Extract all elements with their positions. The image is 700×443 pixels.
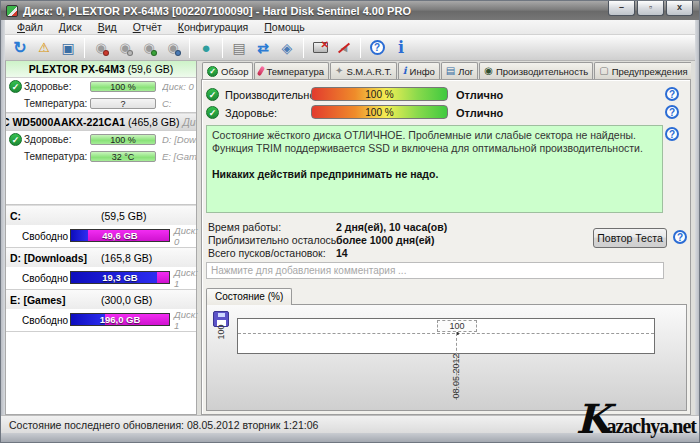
help-icon[interactable]: ? (673, 230, 687, 244)
partition-header: E: [Games] (300,0 GB) (6, 290, 196, 309)
disk-size: (59,6 GB) (128, 63, 174, 75)
disk-test-green-icon[interactable]: ◉ (138, 38, 160, 58)
partition-card-c[interactable]: C: (59,5 GB) Свободно 49,6 GB Диск: 0 (6, 206, 196, 248)
comment-input[interactable] (206, 262, 664, 279)
tab-label: Лог (458, 66, 473, 77)
health-row: ✓ Здоровье: 100 % Диск: 0 (6, 78, 196, 95)
disk-test-red-icon[interactable]: ◉ (90, 38, 112, 58)
warning-page-icon: ▢ (599, 66, 608, 76)
free-space-bar: 19,3 GB (70, 271, 170, 284)
partition-name: D: [Downloads] (10, 252, 87, 264)
disk-model: PLEXTOR PX-64M3 (29, 63, 125, 75)
check-icon: ✓ (9, 80, 22, 93)
toolbar: ↻ ⚠ ▣ ◉ ◉ ◉ ◉ ● ▤ ⇄ ◈ ✕ ◄ ? i (5, 35, 697, 61)
toolbar-separator (360, 38, 361, 58)
disk-card-plextor[interactable]: PLEXTOR PX-64M3 (59,6 GB) ✓ Здоровье: 10… (6, 61, 196, 112)
menu-help[interactable]: Помощь (256, 20, 313, 34)
health-label: Здоровье: (225, 107, 277, 119)
refresh-icon[interactable]: ↻ (9, 38, 31, 58)
log-icon: ▤ (446, 66, 455, 76)
gridline (238, 333, 654, 334)
chart-tab-state[interactable]: Состояние (%) (206, 288, 292, 305)
tab-smart[interactable]: ✦S.M.A.R.T. (330, 62, 397, 79)
free-value: 196,0 GB (100, 314, 141, 325)
partition-card-e[interactable]: E: [Games] (300,0 GB) Свободно 196,0 GB … (6, 290, 196, 332)
disk-card-wdc[interactable]: WDC WD5000AAKX-221CA1 (465,8 GB) Диск: 1… (6, 114, 196, 165)
info-icon[interactable]: i (390, 38, 412, 58)
menu-disk[interactable]: Диск (51, 20, 90, 34)
retest-button[interactable]: Повтор Теста (593, 228, 667, 248)
free-label: Свободно (22, 315, 68, 326)
red-badge (103, 50, 109, 56)
minimize-button[interactable]: – (608, 1, 635, 16)
screenshot-icon[interactable]: ▣ (57, 38, 79, 58)
stat-value: 2 дня(ей), 10 часа(ов) (336, 221, 447, 233)
tab-log[interactable]: ▤Лог (441, 62, 478, 79)
tab-overview[interactable]: ✓Обзор (202, 62, 253, 79)
help-icon[interactable]: ? (665, 105, 679, 119)
window-controls: – ▫ x (608, 1, 693, 16)
help-icon[interactable]: ? (366, 38, 388, 58)
disk-number-label: Диск: 0 (162, 81, 196, 92)
partition-size: (300,0 GB) (101, 294, 152, 306)
tab-label: Температура (266, 66, 324, 77)
temp-row: Температура: 32 °C E: [Games] (6, 148, 196, 165)
mute-icon[interactable]: ◄ (333, 38, 355, 58)
help-glyph: ? (370, 40, 385, 55)
tab-performance[interactable]: ◉Производительность (479, 62, 593, 79)
tab-temperature[interactable]: Температура (254, 62, 329, 79)
green-badge (151, 50, 157, 56)
report-icon[interactable]: ▤ (228, 38, 250, 58)
stat-value: 14 (336, 247, 348, 259)
disk-number-label: Диск: 1 (174, 267, 198, 289)
used-segment (71, 230, 88, 241)
toolbar-separator (222, 38, 223, 58)
disk-model: WDC WD5000AAKX-221CA1 (6, 116, 125, 128)
help-icon[interactable]: ? (665, 87, 679, 101)
help-icon[interactable]: ? (665, 127, 679, 141)
disk-surface-test-icon[interactable]: ◉ (162, 38, 184, 58)
search-badge (175, 50, 181, 56)
disk-number-label: Диск: 0 (174, 225, 198, 247)
health-status: Отлично (456, 107, 503, 119)
temp-bar: ? (90, 98, 156, 109)
health-bar: 100 % (90, 81, 156, 92)
free-space-bar: 49,6 GB (70, 229, 170, 242)
menu-configuration[interactable]: Конфигурация (170, 20, 256, 34)
tab-info[interactable]: iИнфо (398, 62, 440, 79)
health-row: ✓ Здоровье: 100 % D: [Downloads] (6, 131, 196, 148)
disk-test-gray-icon[interactable]: ◉ (114, 38, 136, 58)
tab-label: Инфо (410, 66, 435, 77)
status-alert-icon[interactable]: ⚠ (33, 38, 55, 58)
menu-report[interactable]: Отчёт (125, 20, 170, 34)
window-title: Диск: 0, PLEXTOR PX-64M3 [002207100090] … (23, 5, 411, 17)
network-icon[interactable]: ◈ (276, 38, 298, 58)
tab-warnings[interactable]: ▢Предупреждения (594, 62, 691, 79)
tab-label: S.M.A.R.T. (346, 66, 391, 77)
free-space-row: Свободно 19,3 GB Диск: 1 (6, 267, 196, 289)
free-value: 49,6 GB (102, 230, 137, 241)
plot-area: 100 (237, 318, 655, 354)
toolbar-separator (189, 38, 190, 58)
stat-label: Приблизительно осталось: (208, 234, 339, 246)
stat-label: Время работы: (208, 221, 281, 233)
partition-card-d[interactable]: D: [Downloads] (165,8 GB) Свободно 19,3 … (6, 248, 196, 290)
free-space-bar: 196,0 GB (70, 313, 170, 326)
disk-number-label: Диск: 1 (174, 309, 198, 331)
menu-view[interactable]: Вид (90, 20, 125, 34)
check-icon: ✓ (9, 133, 22, 146)
tab-bar: ✓Обзор Температура ✦S.M.A.R.T. iИнфо ▤Ло… (202, 62, 691, 79)
sync-icon[interactable]: ⇄ (252, 38, 274, 58)
watermark-initial: K (576, 399, 611, 439)
temp-label: Температура: (24, 98, 90, 109)
free-label: Свободно (22, 273, 68, 284)
health-history-chart: 100 100 08.05.2012 (206, 304, 687, 411)
monitor-off-icon[interactable]: ✕ (309, 38, 331, 58)
maximize-button[interactable]: ▫ (637, 1, 664, 16)
tab-label: Предупреждения (612, 66, 688, 77)
world-online-icon[interactable]: ● (195, 38, 217, 58)
menu-file[interactable]: Файл (9, 20, 51, 34)
status-message-box: Состояние жёсткого диска ОТЛИЧНОЕ. Пробл… (206, 125, 663, 213)
close-button[interactable]: x (666, 1, 693, 16)
title-bar: Диск: 0, PLEXTOR PX-64M3 [002207100090] … (1, 1, 700, 20)
